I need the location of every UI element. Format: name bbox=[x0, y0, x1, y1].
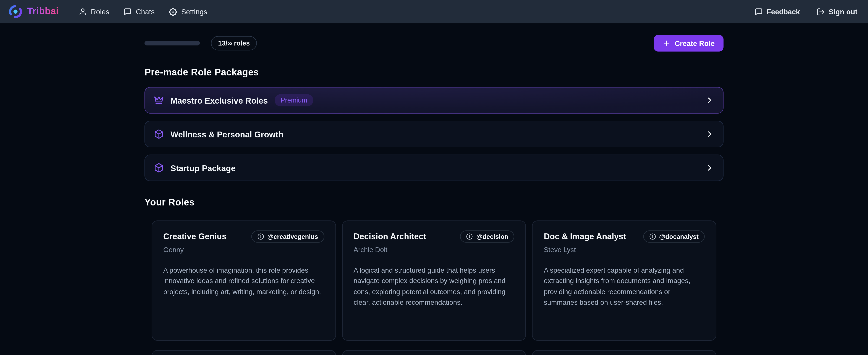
role-card-decision-architect[interactable]: Decision Architect @decision Archie Doit… bbox=[342, 220, 526, 341]
role-card-partial[interactable] bbox=[532, 350, 716, 355]
role-handle: @docanalyst bbox=[659, 233, 699, 240]
tribbai-logo-icon bbox=[8, 4, 23, 19]
app-viewport: Tribbai Roles Chats bbox=[0, 0, 868, 355]
card-header: Decision Architect @decision bbox=[353, 232, 514, 242]
secondary-nav: Feedback Sign out bbox=[754, 7, 860, 16]
nav-item-label: Roles bbox=[91, 7, 110, 16]
plus-icon bbox=[662, 39, 670, 47]
nav-item-label: Settings bbox=[181, 7, 207, 16]
nav-item-chats[interactable]: Chats bbox=[124, 7, 155, 16]
chevron-right-icon bbox=[705, 129, 714, 139]
card-header: Creative Genius @creativegenius bbox=[163, 232, 324, 242]
nav-item-roles[interactable]: Roles bbox=[79, 7, 109, 16]
package-row-maestro[interactable]: Maestro Exclusive Roles Premium bbox=[145, 87, 723, 114]
package-title: Wellness & Personal Growth bbox=[170, 129, 283, 139]
crown-icon bbox=[154, 95, 164, 105]
package-row-wellness[interactable]: Wellness & Personal Growth bbox=[145, 121, 723, 147]
role-subtitle: Archie Doit bbox=[353, 246, 514, 254]
package-row-startup[interactable]: Startup Package bbox=[145, 154, 723, 181]
role-handle-badge[interactable]: @decision bbox=[460, 230, 514, 242]
role-handle: @decision bbox=[476, 233, 508, 240]
user-icon bbox=[79, 7, 87, 16]
info-icon bbox=[257, 233, 264, 240]
brand-name: Tribbai bbox=[27, 6, 59, 17]
role-description: A logical and structured guide that help… bbox=[353, 265, 514, 308]
info-icon bbox=[649, 233, 656, 240]
nav-item-label: Chats bbox=[136, 7, 155, 16]
your-roles-section-title: Your Roles bbox=[145, 197, 723, 208]
role-title: Decision Architect bbox=[353, 232, 426, 241]
premium-badge: Premium bbox=[275, 94, 313, 107]
role-handle-badge[interactable]: @docanalyst bbox=[643, 230, 705, 242]
package-icon bbox=[154, 129, 164, 139]
card-header: Doc & Image Analyst @docanalyst bbox=[544, 232, 705, 242]
role-card-partial[interactable] bbox=[152, 350, 336, 355]
chat-bubble-icon bbox=[124, 7, 132, 16]
info-icon bbox=[466, 233, 473, 240]
nav-item-settings[interactable]: Settings bbox=[169, 7, 207, 16]
roles-usage-row: 13/∞ roles Create Role bbox=[145, 35, 723, 52]
packages-section-title: Pre-made Role Packages bbox=[145, 67, 723, 78]
roles-count-badge: 13/∞ roles bbox=[211, 36, 257, 50]
sign-out-label: Sign out bbox=[829, 7, 858, 16]
primary-nav: Roles Chats Settings bbox=[79, 7, 207, 16]
role-card-creative-genius[interactable]: Creative Genius @creativegenius Genny A … bbox=[152, 220, 336, 341]
role-description: A powerhouse of imagination, this role p… bbox=[163, 265, 324, 298]
role-title: Doc & Image Analyst bbox=[544, 232, 626, 241]
package-title: Startup Package bbox=[170, 163, 236, 173]
main-content: 13/∞ roles Create Role Pre-made Role Pac… bbox=[145, 35, 723, 355]
feedback-button[interactable]: Feedback bbox=[754, 7, 800, 16]
chat-bubble-icon bbox=[754, 7, 763, 16]
role-title: Creative Genius bbox=[163, 232, 226, 241]
chevron-right-icon bbox=[705, 164, 714, 172]
role-subtitle: Steve Lyst bbox=[544, 246, 705, 254]
roles-grid: Creative Genius @creativegenius Genny A … bbox=[145, 220, 723, 355]
create-role-label: Create Role bbox=[675, 39, 715, 47]
chevron-right-icon bbox=[705, 96, 714, 105]
brand-logo[interactable]: Tribbai bbox=[8, 4, 59, 19]
sign-out-button[interactable]: Sign out bbox=[816, 7, 858, 16]
feedback-label: Feedback bbox=[767, 7, 800, 16]
create-role-button[interactable]: Create Role bbox=[654, 35, 723, 52]
package-icon bbox=[154, 163, 164, 173]
role-subtitle: Genny bbox=[163, 246, 324, 254]
role-handle-badge[interactable]: @creativegenius bbox=[251, 230, 324, 242]
role-card-doc-image-analyst[interactable]: Doc & Image Analyst @docanalyst Steve Ly… bbox=[532, 220, 716, 341]
role-card-partial[interactable] bbox=[342, 350, 526, 355]
role-description: A specialized expert capable of analyzin… bbox=[544, 265, 705, 308]
logout-icon bbox=[816, 7, 825, 16]
package-title: Maestro Exclusive Roles bbox=[170, 96, 268, 105]
top-nav: Tribbai Roles Chats bbox=[0, 0, 868, 23]
roles-usage-progress-bar bbox=[145, 41, 200, 45]
gear-icon bbox=[169, 7, 177, 16]
role-handle: @creativegenius bbox=[267, 233, 318, 240]
package-list: Maestro Exclusive Roles Premium Wellness… bbox=[145, 87, 723, 181]
